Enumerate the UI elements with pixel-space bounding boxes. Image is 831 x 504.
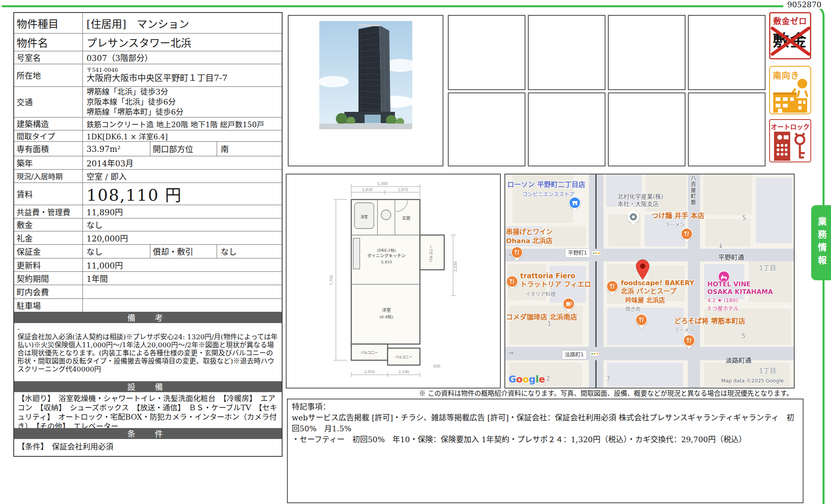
poi-ginmiya: 吟味屋 北浜店	[625, 297, 665, 304]
restaurant-pin-icon[interactable]	[511, 246, 523, 258]
svg-text:7,700: 7,700	[329, 275, 333, 286]
svg-text:(DK6.1帖): (DK6.1帖)	[377, 248, 396, 252]
remarks-header: 備 考	[14, 312, 282, 323]
sun-building-icon	[770, 78, 810, 113]
row-value: 11,000円	[83, 258, 282, 271]
map-attribution: Map data ©2025 Google	[721, 378, 784, 384]
svg-text:5,410: 5,410	[381, 260, 392, 264]
table-row: 共益費・管理費 11,890円	[14, 205, 282, 218]
poi-fiero-type: イタリア料理	[525, 290, 556, 298]
row-value: 11,890円	[83, 205, 282, 218]
property-table: 物件種目 [住居用] マンション 物件名 プレサンスタワー北浜 号室名 0307…	[13, 12, 283, 457]
poi-kitamura: 北村化学産業(株)	[618, 193, 663, 200]
conditions-row: 【条件】 保証会社利用必須	[14, 439, 282, 456]
row-value: 1DK[DK6.1 × 洋室6.4]	[83, 130, 282, 141]
special-notes-line1: webサービス広告掲載 [許可]・チラシ、雑誌等掲載広告 [許可]・保証会社：保…	[292, 412, 799, 434]
poi-kitamura-sub: 本社・大阪支店	[618, 201, 659, 208]
photo-placeholder-1	[448, 15, 525, 90]
photo-placeholder-5	[448, 92, 525, 166]
svg-text:バルコニー: バルコニー	[395, 355, 412, 359]
row-value: 空室 / 即入	[83, 170, 282, 183]
transit-line: 堺筋線「北浜」徒歩3分	[86, 87, 168, 97]
special-notes-box: 特記事項： webサービス広告掲載 [許可]・チラシ、雑誌等掲載広告 [許可]・…	[287, 399, 804, 503]
road-name-yaoyamachi-suji: 八百屋町筋	[689, 175, 697, 206]
restaurant-pin-icon[interactable]	[683, 334, 695, 346]
row-label: 現況/入居時期	[14, 170, 83, 183]
table-row: 号室名 0307（3階部分）	[14, 51, 282, 64]
svg-text:玄関: 玄関	[402, 216, 410, 220]
row-label: 町内会費	[14, 285, 83, 298]
property-location-pin-icon[interactable]	[635, 259, 650, 280]
row-label: 賃料	[14, 183, 83, 205]
table-row: 駐車場	[14, 298, 282, 312]
location-map[interactable]: 平野町1 淡路町1 平野町通 淡路町通 八百屋町筋 1丁目 1丁目 5 5 1 …	[504, 174, 795, 388]
oneway-arrow-icon: ↓	[718, 242, 723, 250]
company-place-pin-icon[interactable]	[627, 211, 639, 223]
photo-placeholder-7	[608, 92, 685, 166]
row-label: 敷金	[14, 218, 83, 231]
conditions-text: 【条件】 保証会社利用必須	[14, 439, 117, 456]
remarks-row: - 保証会社加入必須(法人契約は相談)※プレサポ安心24: 1320円/月(物件…	[14, 323, 282, 381]
postal-code: 〒541-0046	[86, 67, 118, 73]
svg-text:2,150: 2,150	[453, 261, 458, 272]
poi-foodscape: foodscape! BAKERY	[621, 279, 694, 287]
table-row: 築年 2014年03月	[14, 156, 282, 169]
intercom-key-icon	[770, 131, 810, 162]
poi-ide-ramen-type: ラーメン	[665, 220, 685, 228]
badge-south-facing: 南向き	[769, 66, 811, 114]
transit-line: 京阪本線「北浜」徒歩6分	[86, 97, 176, 107]
map-disclaimer: ※ この資料は物件の概略紹介資料になります。写真、間取図面、設備、概要などが現況…	[283, 388, 793, 398]
table-row: 建築構造 鉄筋コンクリート造 地上20階 地下1階 総戸数150戸	[14, 117, 282, 130]
block-number: 7	[606, 375, 610, 382]
restaurant-pin-icon[interactable]	[635, 314, 648, 326]
business-info-tab[interactable]: 業務情報	[811, 205, 831, 280]
table-row: 契約期間 1年間	[14, 271, 282, 285]
row-label: 駐車場	[14, 299, 83, 312]
svg-text:1,675: 1,675	[398, 188, 408, 192]
floor-plan-box: 5,300 1,830 1,675 7,700 2,150 650 2,050 …	[286, 174, 501, 388]
table-row: 物件種目 [住居用] マンション	[14, 13, 282, 33]
row-label: 礼金	[14, 231, 83, 244]
poi-ginmiya-type: 焼き肉	[625, 305, 641, 313]
coffee-pin-icon[interactable]	[563, 298, 575, 310]
table-row: 敷金 なし	[14, 218, 282, 231]
row-value: 鉄筋コンクリート造 地上20階 地下1階 総戸数150戸	[83, 118, 282, 130]
restaurant-pin-icon[interactable]	[681, 228, 693, 240]
row-label: 物件種目	[14, 13, 83, 33]
convenience-store-pin-icon[interactable]	[569, 197, 581, 209]
svg-text:ダイニングキッチン: ダイニングキッチン	[367, 253, 406, 258]
row-value: なし	[83, 245, 150, 258]
svg-text:650: 650	[433, 364, 440, 368]
restaurant-pin-icon[interactable]	[506, 275, 518, 288]
row-value	[83, 299, 282, 312]
table-row: 間取タイプ 1DK[DK6.1 × 洋室6.4]	[14, 130, 282, 141]
table-row: 専有面積 33.97m² 開口部方位 南	[14, 141, 282, 156]
road-label-awajimachi1: 淡路町1	[562, 350, 587, 359]
transit-line: 堺筋線「堺筋本町」徒歩6分	[86, 107, 183, 117]
oneway-arrow-icon: →	[508, 349, 514, 357]
svg-text:2,050: 2,050	[364, 370, 375, 374]
restaurant-pin-icon[interactable]	[606, 280, 618, 292]
svg-text:2,190: 2,190	[399, 370, 409, 374]
document-number: 9052870	[783, 0, 825, 9]
district-label: 1丁目	[759, 365, 776, 375]
building-photo	[319, 21, 412, 129]
photo-placeholder-6	[528, 92, 605, 166]
table-row: 物件名 プレサンスタワー北浜	[14, 33, 282, 51]
poi-fiero-jp: トラットリア フィエロ	[520, 280, 591, 288]
map-canvas: 平野町1 淡路町1 平野町通 淡路町通 八百屋町筋 1丁目 1丁目 5 5 1 …	[505, 174, 794, 388]
equipment-row: 【水廻り】 浴室乾燥機・シャワートイレ・洗髪洗面化粧台 【冷暖房】 エアコン 【…	[14, 392, 282, 428]
table-row: 現況/入居時期 空室 / 即入	[14, 169, 282, 183]
photo-placeholder-2	[528, 15, 605, 90]
photo-placeholder-8	[688, 92, 766, 166]
equipment-header: 設 備	[14, 381, 282, 392]
road-name-awajimachi-dori: 淡路町通	[726, 355, 751, 365]
road-name-hiranomachi-dori: 平野町通	[718, 252, 744, 262]
row-value: 2014年03月	[83, 156, 282, 169]
road-label-hiranomachi1: 平野町1	[565, 248, 590, 258]
row-value	[83, 285, 282, 298]
row-label: 交通	[14, 87, 83, 117]
row-label: 所在地	[14, 64, 83, 86]
poi-dorosoba: どろそば将 堺筋本町店	[674, 317, 745, 325]
hotel-class: 3 つ星ホテル	[707, 304, 738, 312]
